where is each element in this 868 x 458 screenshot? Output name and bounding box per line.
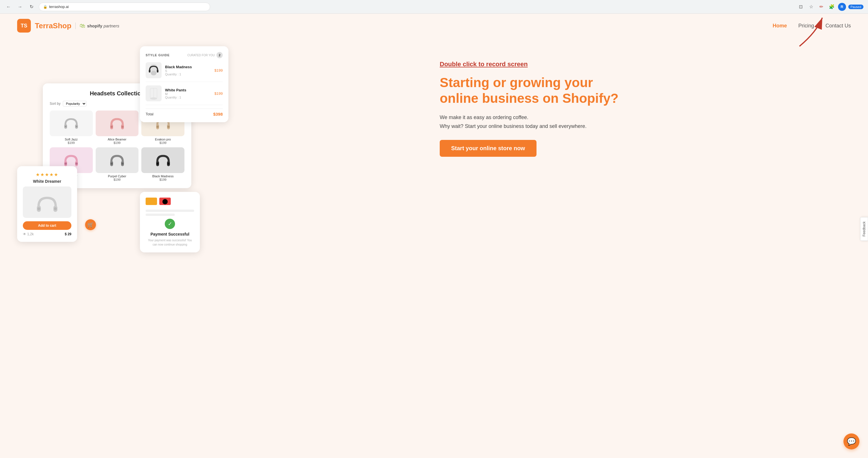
nav-contact[interactable]: Contact Us: [826, 23, 851, 29]
headset-price-5: $199: [96, 178, 139, 181]
style-item-price-2: $199: [214, 91, 223, 96]
payment-line-2: [146, 214, 175, 216]
dreamer-img: [23, 186, 71, 218]
headset-price-2: $199: [96, 141, 139, 145]
svg-point-10: [76, 126, 78, 127]
curated-label: CURATED FOR YOU: [187, 54, 215, 57]
browser-chrome: ← → ↻ 🔒 terrashop.ai ⊡ ☆ ✏ 🧩 R Paused: [0, 0, 868, 14]
chat-bubble[interactable]: 💬: [843, 433, 860, 450]
logo-area: TS TerraShop 🛍 shopify partners: [17, 19, 119, 33]
hero-sub-line2: Why wait? Start your online business tod…: [440, 122, 851, 131]
headset-name-1: Soft Jazz: [50, 138, 93, 141]
style-thumb-2: [146, 85, 162, 101]
hero-headline: Starting or growing your online business…: [440, 75, 851, 106]
svg-point-26: [121, 162, 124, 165]
style-item-name-1: Black Madness: [165, 65, 211, 69]
dreamer-stars: ★★★★★: [23, 172, 71, 177]
svg-point-25: [111, 162, 113, 165]
payment-icons: ⬤: [146, 197, 194, 205]
payment-title: Payment Successful: [146, 232, 194, 237]
svg-point-22: [75, 162, 78, 165]
headset-price-6: $199: [141, 178, 184, 181]
cta-button[interactable]: Start your online store now: [440, 140, 536, 157]
style-item-1: Black Madness S Quantity : 1 $199: [146, 62, 223, 82]
headset-price-3: $199: [141, 141, 184, 145]
style-thumb-1: [146, 62, 162, 78]
svg-point-30: [167, 162, 169, 165]
svg-point-18: [167, 126, 169, 128]
headset-name-6: Black Madness: [141, 175, 184, 178]
svg-point-33: [37, 207, 40, 210]
profile-button[interactable]: R: [838, 3, 846, 11]
address-bar[interactable]: 🔒 terrashop.ai: [39, 3, 210, 11]
back-button[interactable]: ←: [5, 3, 12, 11]
payment-success-icon: ✓: [165, 219, 175, 229]
svg-point-14: [121, 126, 124, 128]
style-item-detail-2: M Quantity : 1: [165, 92, 211, 99]
style-guide-header: STYLE GUIDE CURATED FOR YOU 2: [146, 52, 223, 58]
edit-button[interactable]: ✏: [817, 3, 826, 11]
dreamer-card: ★★★★★ White Dreamer Add to cart 👁 1,2k $…: [17, 166, 77, 242]
headset-name-2: Alice Beamer: [96, 138, 139, 141]
payment-desc: Your payment was successful! You can now…: [146, 238, 194, 247]
logo-ts-icon: TS: [17, 19, 31, 33]
style-item-price-1: $199: [214, 68, 223, 72]
nav-home[interactable]: Home: [773, 23, 787, 29]
headset-item-1: Soft Jazz $199: [50, 111, 93, 145]
style-info-1: Black Madness S Quantity : 1: [165, 65, 211, 76]
headset-name-5: Purpel Cyber: [96, 175, 139, 178]
svg-point-9: [65, 126, 66, 127]
svg-point-17: [156, 126, 159, 128]
shopify-label: shopify partners: [87, 23, 119, 28]
payment-line-1: [146, 210, 194, 212]
feedback-tab[interactable]: Feedback: [860, 217, 868, 241]
headset-img-2: [96, 111, 139, 136]
extensions-button[interactable]: 🧩: [828, 3, 836, 11]
hero-left: STYLE GUIDE CURATED FOR YOU 2: [17, 43, 428, 238]
svg-point-6: [150, 97, 157, 100]
lock-icon: 🔒: [43, 5, 48, 9]
total-price: $398: [213, 112, 223, 117]
paused-badge: Paused: [848, 5, 863, 9]
headset-img-6: [141, 147, 184, 173]
visa-icon: [146, 197, 157, 205]
red-arrow-svg: [794, 15, 828, 49]
reload-button[interactable]: ↻: [27, 3, 35, 11]
style-item-2: White Pants M Quantity : 1 $199: [146, 85, 223, 105]
style-info-2: White Pants M Quantity : 1: [165, 88, 211, 99]
headset-item-5: Purpel Cyber $199: [96, 147, 139, 181]
cart-icon[interactable]: 🛒: [85, 219, 96, 230]
hero-section: STYLE GUIDE CURATED FOR YOU 2: [0, 38, 868, 255]
dreamer-views: 👁 1,2k: [23, 232, 34, 236]
sort-select[interactable]: Popularity: [63, 101, 87, 106]
cast-button[interactable]: ⊡: [797, 3, 805, 11]
hero-sub-line1: We make it as easy as ordering coffee.: [440, 113, 851, 122]
browser-actions: ⊡ ☆ ✏ 🧩 R Paused: [797, 3, 863, 11]
page: TS TerraShop 🛍 shopify partners Home Pri…: [0, 14, 868, 458]
headset-item-2: Alice Beamer $199: [96, 111, 139, 145]
mastercard-icon: ⬤: [159, 197, 171, 205]
logo-name: TerraShop: [35, 22, 71, 30]
hero-sub: We make it as easy as ordering coffee. W…: [440, 113, 851, 130]
dreamer-name: White Dreamer: [23, 179, 71, 184]
payment-card: ⬤ ✓ Payment Successful Your payment was …: [140, 192, 200, 252]
shopify-bag-icon: 🛍: [80, 23, 85, 29]
add-to-cart-button[interactable]: Add to cart: [23, 221, 71, 230]
style-guide-title: STYLE GUIDE: [146, 53, 169, 57]
url-text: terrashop.ai: [49, 5, 69, 9]
sort-label: Sort by: [50, 102, 61, 105]
bookmark-button[interactable]: ☆: [807, 3, 815, 11]
headset-item-6: Black Madness $199: [141, 147, 184, 181]
shopify-partners: 🛍 shopify partners: [75, 23, 119, 29]
hero-right: Double click to record screen Starting o…: [440, 43, 851, 157]
forward-button[interactable]: →: [16, 3, 24, 11]
curated-badge: 2: [216, 52, 223, 58]
headset-name-3: Evakon pro: [141, 138, 184, 141]
headset-price-1: $199: [50, 141, 93, 145]
record-notice: Double click to record screen: [440, 61, 528, 68]
headset-img-1: [50, 111, 93, 136]
dreamer-meta: 👁 1,2k $ 29: [23, 232, 71, 236]
svg-point-34: [54, 207, 57, 210]
svg-point-21: [65, 162, 67, 165]
svg-point-1: [151, 71, 156, 75]
